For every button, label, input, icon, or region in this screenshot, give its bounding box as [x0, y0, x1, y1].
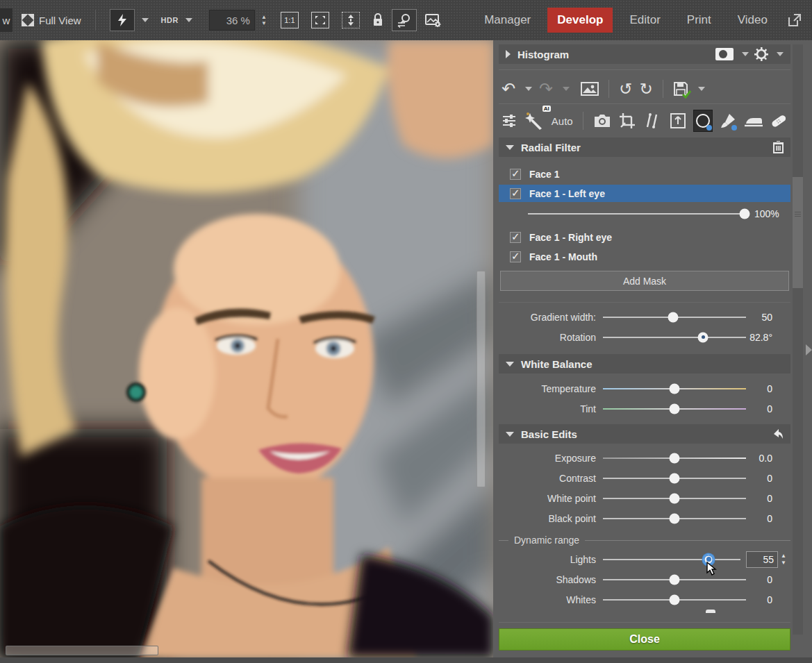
menu-item-video[interactable]: Video: [728, 8, 777, 33]
undock-window-icon[interactable]: [787, 12, 802, 28]
mask-opacity-slider[interactable]: [528, 213, 745, 215]
crop-tool-icon[interactable]: [618, 110, 636, 131]
panel-scrollbar-track[interactable]: [793, 44, 803, 635]
slider-handle[interactable]: [698, 332, 709, 342]
mask-checkbox[interactable]: [510, 169, 521, 180]
photo-canvas[interactable]: [0, 40, 493, 657]
quick-filter-button[interactable]: [106, 6, 153, 34]
exposure-slider[interactable]: [603, 458, 746, 459]
slider-handle[interactable]: [670, 383, 680, 394]
slider-handle[interactable]: [668, 312, 678, 322]
radial-filter-section-header[interactable]: Radial Filter: [499, 137, 790, 157]
auto-label[interactable]: Auto: [552, 115, 573, 127]
clipping-indicator-icon[interactable]: [715, 48, 734, 60]
save-icon[interactable]: [673, 81, 688, 96]
mask-checkbox[interactable]: [510, 232, 521, 243]
clipping-dropdown-arrow[interactable]: [742, 52, 749, 56]
gradient-width-slider[interactable]: [603, 317, 746, 318]
hdr-button[interactable]: HDR: [157, 13, 197, 27]
close-button[interactable]: Close: [499, 628, 790, 651]
mask-row-face1-right-eye[interactable]: Face 1 - Right eye: [499, 228, 790, 246]
histogram-section-header[interactable]: Histogram: [499, 44, 790, 64]
step-up-icon[interactable]: ▲: [781, 553, 786, 558]
trash-icon[interactable]: [773, 141, 784, 153]
slider-handle[interactable]: [740, 209, 750, 219]
lights-value-input[interactable]: [747, 552, 777, 567]
original-image-icon[interactable]: [581, 82, 599, 96]
mask-checkbox[interactable]: [510, 188, 521, 199]
contrast-slider[interactable]: [603, 478, 746, 479]
full-view-button[interactable]: Full View: [17, 10, 85, 30]
zoom-step-down-icon[interactable]: ▼: [261, 21, 267, 26]
slider-handle[interactable]: [670, 403, 680, 414]
fit-to-screen-button[interactable]: [307, 9, 333, 31]
menu-item-editor[interactable]: Editor: [620, 8, 670, 33]
auto-enhance-wand-icon[interactable]: AI: [524, 110, 545, 131]
preview-tab-partial[interactable]: w: [0, 8, 13, 32]
rotate-left-icon[interactable]: ↺: [619, 81, 632, 97]
slider-handle[interactable]: [670, 473, 680, 483]
tint-slider[interactable]: [603, 408, 746, 410]
menu-item-manager[interactable]: Manager: [474, 8, 540, 33]
hdr-dropdown-arrow[interactable]: [185, 18, 192, 22]
brush-tool-icon[interactable]: [719, 110, 737, 131]
zoom-step-up-icon[interactable]: ▲: [261, 15, 267, 19]
redo-dropdown-arrow[interactable]: [563, 87, 570, 91]
lightning-dropdown-arrow[interactable]: [142, 18, 149, 22]
mask-row-face1-mouth[interactable]: Face 1 - Mouth: [499, 248, 790, 265]
chevron-down-icon[interactable]: [506, 362, 514, 367]
fit-height-button[interactable]: [338, 9, 364, 31]
panel-collapse-arrow[interactable]: [806, 344, 812, 355]
lights-stepper[interactable]: ▲ ▼: [781, 553, 786, 565]
zoom-input[interactable]: [210, 15, 254, 26]
mask-checkbox[interactable]: [510, 251, 521, 262]
slider-handle[interactable]: [670, 594, 680, 605]
lights-slider[interactable]: [603, 559, 740, 560]
white-point-slider[interactable]: [603, 498, 746, 499]
whites-slider[interactable]: [603, 599, 746, 601]
panel-scrollbar-thumb[interactable]: [793, 177, 803, 288]
save-dropdown-arrow[interactable]: [698, 87, 705, 91]
temperature-slider[interactable]: [603, 388, 746, 389]
straighten-tool-icon[interactable]: [643, 110, 661, 131]
chevron-down-icon[interactable]: [506, 432, 514, 437]
redo-icon[interactable]: ↷: [539, 81, 553, 97]
canvas-vertical-scrollbar[interactable]: [477, 271, 486, 487]
gear-dropdown-arrow[interactable]: [777, 52, 784, 56]
basic-edits-section-header[interactable]: Basic Edits: [499, 424, 790, 444]
slider-handle-active[interactable]: [704, 554, 714, 564]
gradient-filter-tool-icon[interactable]: [744, 110, 762, 131]
synchronized-zoom-button[interactable]: [392, 9, 417, 31]
white-balance-section-header[interactable]: White Balance: [499, 354, 790, 374]
radial-filter-tool-icon[interactable]: [694, 110, 712, 131]
image-settings-button[interactable]: [421, 10, 446, 30]
undo-icon[interactable]: ↶: [502, 81, 515, 97]
menu-item-develop[interactable]: Develop: [547, 8, 613, 33]
slider-handle[interactable]: [670, 493, 680, 503]
undo-dropdown-arrow[interactable]: [525, 87, 532, 91]
black-point-slider[interactable]: [603, 518, 746, 519]
zoom-1to1-button[interactable]: 1:1: [276, 9, 303, 31]
shadows-slider[interactable]: [603, 579, 746, 580]
healing-tool-icon[interactable]: [770, 110, 788, 131]
reset-section-icon[interactable]: [771, 428, 784, 439]
rotate-right-icon[interactable]: ↻: [640, 81, 653, 97]
slider-handle[interactable]: [670, 574, 680, 585]
deform-tool-icon[interactable]: [668, 110, 686, 131]
slider-handle[interactable]: [670, 513, 680, 523]
mask-row-face1[interactable]: Face 1: [499, 165, 790, 183]
zoom-stepper[interactable]: ▲ ▼: [261, 15, 267, 26]
gear-icon[interactable]: [754, 47, 768, 61]
lock-zoom-button[interactable]: [368, 10, 388, 30]
rotation-slider[interactable]: [603, 337, 746, 338]
mask-row-face1-left-eye[interactable]: Face 1 - Left eye: [499, 185, 790, 202]
step-down-icon[interactable]: ▼: [781, 560, 786, 565]
menu-item-print[interactable]: Print: [677, 8, 721, 33]
camera-tool-icon[interactable]: [593, 110, 611, 131]
chevron-down-icon[interactable]: [506, 145, 514, 150]
slider-handle[interactable]: [670, 453, 680, 463]
sliders-panel-icon[interactable]: [502, 113, 517, 128]
add-mask-button[interactable]: Add Mask: [500, 271, 789, 291]
canvas-horizontal-scrollbar[interactable]: [6, 646, 158, 655]
chevron-right-icon[interactable]: [506, 50, 511, 58]
